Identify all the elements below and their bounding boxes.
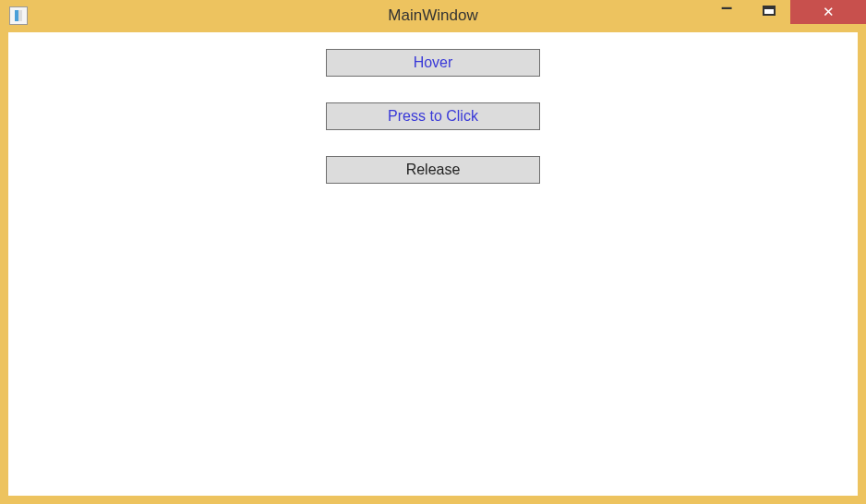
release-button-label: Release <box>406 162 461 177</box>
title-bar[interactable]: MainWindow – ✕ <box>0 0 866 31</box>
minimize-button[interactable]: – <box>705 0 748 24</box>
hover-button-label: Hover <box>414 55 453 70</box>
minimize-icon: – <box>721 0 732 18</box>
close-icon: ✕ <box>823 4 835 20</box>
press-button-label: Press to Click <box>388 109 478 124</box>
client-area: Hover Press to Click Release <box>7 31 859 497</box>
window-controls: – ✕ <box>705 0 866 31</box>
window-title: MainWindow <box>388 6 477 25</box>
window-frame: MainWindow – ✕ Hover Press to Click Rele… <box>0 0 866 504</box>
maximize-icon <box>763 6 776 16</box>
hover-button[interactable]: Hover <box>326 49 540 77</box>
close-button[interactable]: ✕ <box>790 0 866 24</box>
app-icon <box>9 6 28 25</box>
maximize-button[interactable] <box>748 0 790 24</box>
press-to-click-button[interactable]: Press to Click <box>326 102 540 130</box>
release-button[interactable]: Release <box>326 156 540 184</box>
